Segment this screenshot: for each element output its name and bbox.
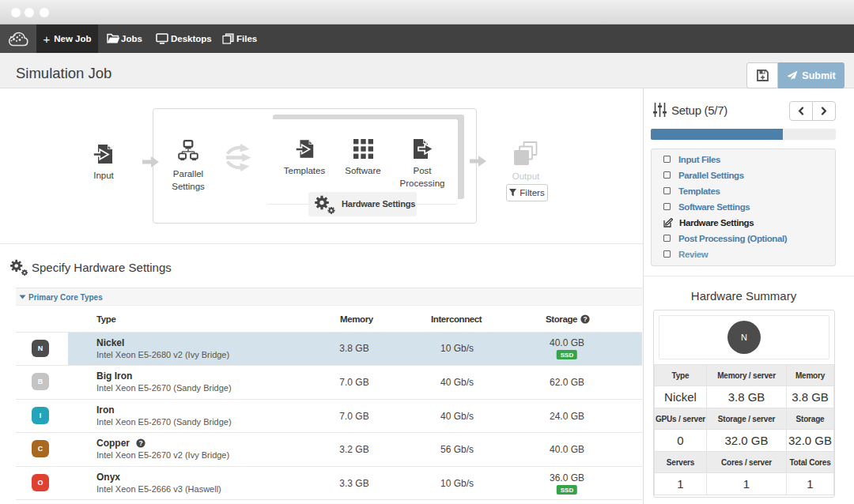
svg-text:?: ?	[583, 315, 587, 323]
svg-text:?: ?	[138, 439, 142, 447]
